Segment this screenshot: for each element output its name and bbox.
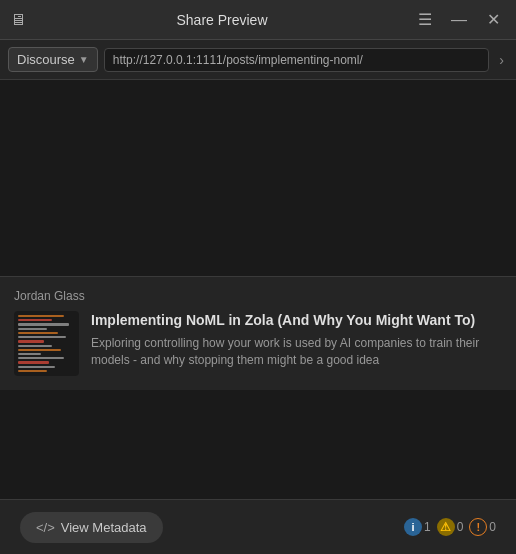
platform-selector[interactable]: Discourse ▼ <box>8 47 98 72</box>
card-author: Jordan Glass <box>14 289 502 303</box>
view-metadata-button[interactable]: </> View Metadata <box>20 512 163 543</box>
minimize-button[interactable]: — <box>446 7 472 33</box>
warning-count: 0 <box>457 520 464 534</box>
error-count: 0 <box>489 520 496 534</box>
warning-icon: ⚠ <box>437 518 455 536</box>
card-content: Implementing NoML in Zola (And Why You M… <box>14 311 502 376</box>
error-icon: ! <box>469 518 487 536</box>
url-go-button[interactable]: › <box>495 48 508 72</box>
window-icon: 🖥 <box>10 11 26 29</box>
window-title: Share Preview <box>32 12 412 28</box>
arrow-right-icon: › <box>499 52 504 68</box>
chevron-down-icon: ▼ <box>79 54 89 65</box>
url-input[interactable] <box>104 48 490 72</box>
status-badges: i 1 ⚠ 0 ! 0 <box>404 518 496 536</box>
preview-area: Jordan Glass <box>0 80 516 390</box>
title-bar: 🖥 Share Preview ☰ — ✕ <box>0 0 516 40</box>
code-icon: </> <box>36 520 55 535</box>
warning-badge: ⚠ 0 <box>437 518 464 536</box>
error-badge: ! 0 <box>469 518 496 536</box>
card-thumbnail <box>14 311 79 376</box>
bottom-toolbar: </> View Metadata i 1 ⚠ 0 ! 0 <box>0 499 516 554</box>
preview-card: Jordan Glass <box>0 276 516 390</box>
platform-label: Discourse <box>17 52 75 67</box>
menu-button[interactable]: ☰ <box>412 7 438 33</box>
title-bar-actions: ☰ — ✕ <box>412 7 506 33</box>
card-text: Implementing NoML in Zola (And Why You M… <box>91 311 502 376</box>
info-count: 1 <box>424 520 431 534</box>
close-button[interactable]: ✕ <box>480 7 506 33</box>
title-bar-left: 🖥 <box>10 11 32 29</box>
view-metadata-label: View Metadata <box>61 520 147 535</box>
info-icon: i <box>404 518 422 536</box>
card-title: Implementing NoML in Zola (And Why You M… <box>91 311 502 329</box>
url-bar: Discourse ▼ › <box>0 40 516 80</box>
info-badge: i 1 <box>404 518 431 536</box>
card-description: Exploring controlling how your work is u… <box>91 335 502 369</box>
